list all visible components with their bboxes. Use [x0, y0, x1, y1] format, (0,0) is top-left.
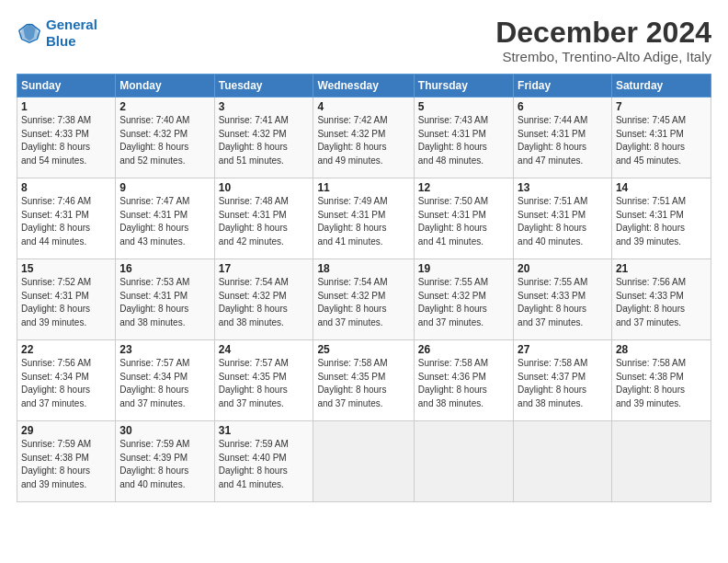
weekday-header-sunday: Sunday: [17, 75, 116, 98]
day-info: Sunrise: 7:59 AM Sunset: 4:40 PM Dayligh…: [219, 438, 310, 491]
calendar-cell: 20Sunrise: 7:55 AM Sunset: 4:33 PM Dayli…: [514, 259, 612, 340]
calendar-cell: 17Sunrise: 7:54 AM Sunset: 4:32 PM Dayli…: [214, 259, 313, 340]
day-number: 11: [317, 181, 409, 194]
calendar-cell: 3Sunrise: 7:41 AM Sunset: 4:32 PM Daylig…: [214, 98, 313, 178]
calendar-cell: 11Sunrise: 7:49 AM Sunset: 4:31 PM Dayli…: [313, 178, 414, 259]
day-info: Sunrise: 7:55 AM Sunset: 4:33 PM Dayligh…: [518, 276, 608, 329]
day-number: 3: [219, 100, 310, 113]
weekday-row: SundayMondayTuesdayWednesdayThursdayFrid…: [17, 75, 711, 98]
calendar-cell: 22Sunrise: 7:56 AM Sunset: 4:34 PM Dayli…: [17, 340, 116, 421]
day-info: Sunrise: 7:56 AM Sunset: 4:33 PM Dayligh…: [616, 276, 707, 329]
calendar-cell: 24Sunrise: 7:57 AM Sunset: 4:35 PM Dayli…: [214, 340, 313, 421]
day-number: 16: [119, 262, 210, 275]
day-number: 6: [518, 100, 608, 113]
weekday-header-wednesday: Wednesday: [313, 75, 414, 98]
day-info: Sunrise: 7:48 AM Sunset: 4:31 PM Dayligh…: [219, 195, 310, 248]
weekday-header-monday: Monday: [116, 75, 214, 98]
day-number: 18: [317, 262, 409, 275]
calendar-week-4: 22Sunrise: 7:56 AM Sunset: 4:34 PM Dayli…: [17, 340, 711, 421]
calendar-cell: 19Sunrise: 7:55 AM Sunset: 4:32 PM Dayli…: [414, 259, 513, 340]
day-number: 13: [518, 181, 608, 194]
day-info: Sunrise: 7:41 AM Sunset: 4:32 PM Dayligh…: [219, 114, 310, 167]
day-info: Sunrise: 7:57 AM Sunset: 4:35 PM Dayligh…: [219, 357, 310, 410]
calendar-cell: 21Sunrise: 7:56 AM Sunset: 4:33 PM Dayli…: [611, 259, 711, 340]
day-info: Sunrise: 7:58 AM Sunset: 4:37 PM Dayligh…: [518, 357, 608, 410]
calendar-cell: [414, 421, 513, 502]
day-number: 25: [317, 343, 409, 356]
day-number: 8: [21, 181, 111, 194]
header: General Blue December 2024 Strembo, Tren…: [17, 17, 711, 64]
day-number: 26: [418, 343, 509, 356]
calendar-cell: 18Sunrise: 7:54 AM Sunset: 4:32 PM Dayli…: [313, 259, 414, 340]
day-info: Sunrise: 7:45 AM Sunset: 4:31 PM Dayligh…: [616, 114, 707, 167]
day-number: 31: [219, 424, 310, 437]
day-info: Sunrise: 7:55 AM Sunset: 4:32 PM Dayligh…: [418, 276, 509, 329]
calendar-cell: 4Sunrise: 7:42 AM Sunset: 4:32 PM Daylig…: [313, 98, 414, 178]
day-info: Sunrise: 7:59 AM Sunset: 4:38 PM Dayligh…: [21, 438, 111, 491]
calendar-cell: 28Sunrise: 7:58 AM Sunset: 4:38 PM Dayli…: [611, 340, 711, 421]
calendar-cell: 6Sunrise: 7:44 AM Sunset: 4:31 PM Daylig…: [514, 98, 612, 178]
day-info: Sunrise: 7:58 AM Sunset: 4:36 PM Dayligh…: [418, 357, 509, 410]
day-number: 17: [219, 262, 310, 275]
day-info: Sunrise: 7:50 AM Sunset: 4:31 PM Dayligh…: [418, 195, 509, 248]
day-number: 29: [21, 424, 111, 437]
calendar-week-1: 1Sunrise: 7:38 AM Sunset: 4:33 PM Daylig…: [17, 98, 711, 178]
weekday-header-thursday: Thursday: [414, 75, 513, 98]
day-number: 22: [21, 343, 111, 356]
logo-icon: [17, 20, 42, 46]
calendar-cell: 1Sunrise: 7:38 AM Sunset: 4:33 PM Daylig…: [17, 98, 116, 178]
day-info: Sunrise: 7:46 AM Sunset: 4:31 PM Dayligh…: [21, 195, 111, 248]
day-number: 28: [616, 343, 707, 356]
calendar-cell: 9Sunrise: 7:47 AM Sunset: 4:31 PM Daylig…: [116, 178, 214, 259]
calendar-cell: 27Sunrise: 7:58 AM Sunset: 4:37 PM Dayli…: [514, 340, 612, 421]
day-info: Sunrise: 7:42 AM Sunset: 4:32 PM Dayligh…: [317, 114, 409, 167]
page: General Blue December 2024 Strembo, Tren…: [0, 0, 728, 563]
main-title: December 2024: [495, 17, 711, 49]
calendar-cell: 31Sunrise: 7:59 AM Sunset: 4:40 PM Dayli…: [214, 421, 313, 502]
day-info: Sunrise: 7:43 AM Sunset: 4:31 PM Dayligh…: [418, 114, 509, 167]
calendar-cell: 7Sunrise: 7:45 AM Sunset: 4:31 PM Daylig…: [611, 98, 711, 178]
calendar-cell: 5Sunrise: 7:43 AM Sunset: 4:31 PM Daylig…: [414, 98, 513, 178]
weekday-header-tuesday: Tuesday: [214, 75, 313, 98]
calendar-cell: 12Sunrise: 7:50 AM Sunset: 4:31 PM Dayli…: [414, 178, 513, 259]
day-info: Sunrise: 7:51 AM Sunset: 4:31 PM Dayligh…: [518, 195, 608, 248]
day-number: 5: [418, 100, 509, 113]
calendar-week-2: 8Sunrise: 7:46 AM Sunset: 4:31 PM Daylig…: [17, 178, 711, 259]
day-info: Sunrise: 7:59 AM Sunset: 4:39 PM Dayligh…: [119, 438, 210, 491]
calendar-cell: 30Sunrise: 7:59 AM Sunset: 4:39 PM Dayli…: [116, 421, 214, 502]
day-number: 30: [119, 424, 210, 437]
day-number: 15: [21, 262, 111, 275]
calendar-cell: 10Sunrise: 7:48 AM Sunset: 4:31 PM Dayli…: [214, 178, 313, 259]
day-number: 19: [418, 262, 509, 275]
day-info: Sunrise: 7:53 AM Sunset: 4:31 PM Dayligh…: [119, 276, 210, 329]
day-number: 24: [219, 343, 310, 356]
day-number: 10: [219, 181, 310, 194]
day-number: 27: [518, 343, 608, 356]
calendar-cell: [514, 421, 612, 502]
calendar-header: SundayMondayTuesdayWednesdayThursdayFrid…: [17, 75, 711, 98]
day-info: Sunrise: 7:40 AM Sunset: 4:32 PM Dayligh…: [119, 114, 210, 167]
day-info: Sunrise: 7:56 AM Sunset: 4:34 PM Dayligh…: [21, 357, 111, 410]
day-number: 1: [21, 100, 111, 113]
day-info: Sunrise: 7:44 AM Sunset: 4:31 PM Dayligh…: [518, 114, 608, 167]
day-info: Sunrise: 7:54 AM Sunset: 4:32 PM Dayligh…: [317, 276, 409, 329]
calendar-body: 1Sunrise: 7:38 AM Sunset: 4:33 PM Daylig…: [17, 98, 711, 502]
weekday-header-friday: Friday: [514, 75, 612, 98]
day-number: 2: [119, 100, 210, 113]
calendar-cell: [313, 421, 414, 502]
day-info: Sunrise: 7:52 AM Sunset: 4:31 PM Dayligh…: [21, 276, 111, 329]
day-info: Sunrise: 7:47 AM Sunset: 4:31 PM Dayligh…: [119, 195, 210, 248]
calendar-cell: 23Sunrise: 7:57 AM Sunset: 4:34 PM Dayli…: [116, 340, 214, 421]
calendar-cell: 14Sunrise: 7:51 AM Sunset: 4:31 PM Dayli…: [611, 178, 711, 259]
title-block: December 2024 Strembo, Trentino-Alto Adi…: [495, 17, 711, 64]
calendar-cell: 16Sunrise: 7:53 AM Sunset: 4:31 PM Dayli…: [116, 259, 214, 340]
calendar-cell: 2Sunrise: 7:40 AM Sunset: 4:32 PM Daylig…: [116, 98, 214, 178]
calendar-cell: 25Sunrise: 7:58 AM Sunset: 4:35 PM Dayli…: [313, 340, 414, 421]
day-number: 14: [616, 181, 707, 194]
calendar-week-5: 29Sunrise: 7:59 AM Sunset: 4:38 PM Dayli…: [17, 421, 711, 502]
day-number: 21: [616, 262, 707, 275]
logo-line1: General: [46, 17, 97, 32]
calendar-week-3: 15Sunrise: 7:52 AM Sunset: 4:31 PM Dayli…: [17, 259, 711, 340]
day-info: Sunrise: 7:54 AM Sunset: 4:32 PM Dayligh…: [219, 276, 310, 329]
calendar-cell: [611, 421, 711, 502]
